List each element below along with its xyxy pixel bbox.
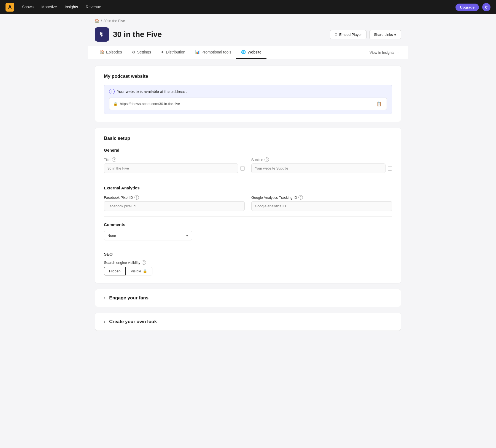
subtitle-input[interactable] xyxy=(251,163,386,173)
header-buttons: ⊡ Embed Player Share Links ∨ xyxy=(330,30,401,39)
facebook-pixel-group: Facebook Pixel ID ? xyxy=(104,195,245,211)
page-header-left: 🎙 30 in the Five xyxy=(95,27,162,42)
title-input[interactable] xyxy=(104,163,238,173)
distribution-icon: ✈ xyxy=(161,50,164,54)
podcast-website-title: My podcast website xyxy=(104,74,392,79)
visible-label: Visible xyxy=(131,269,141,273)
comments-section: Comments None Disqus Facebook Comments ▼ xyxy=(104,222,392,240)
create-look-title: Create your own look xyxy=(109,319,157,324)
seo-label: SEO xyxy=(104,252,392,256)
url-box-left: 🔒 https://shows.acast.com/30-in-the-five xyxy=(113,102,180,106)
hidden-toggle[interactable]: Hidden xyxy=(104,267,126,275)
topnav-monetize[interactable]: Monetize xyxy=(38,3,60,11)
divider-2 xyxy=(104,216,392,217)
website-icon: 🌐 xyxy=(241,50,246,54)
tab-distribution[interactable]: ✈ Distribution xyxy=(156,46,190,59)
topnav-shows[interactable]: Shows xyxy=(19,3,37,11)
comments-select-wrapper: None Disqus Facebook Comments ▼ xyxy=(104,231,192,240)
topnav: A Shows Monetize Insights Revenue Upgrad… xyxy=(0,0,496,14)
content-area: My podcast website i Your website is ava… xyxy=(95,59,401,337)
subnav: 🏠 Episodes ⚙ Settings ✈ Distribution 📊 P… xyxy=(88,46,408,59)
subtitle-label-row: Subtitle ? xyxy=(251,157,392,162)
engage-chevron-icon: › xyxy=(104,296,105,301)
upgrade-button[interactable]: Upgrade xyxy=(455,4,479,11)
google-analytics-input[interactable] xyxy=(251,201,392,211)
title-checkbox[interactable] xyxy=(240,166,245,171)
info-box: i Your website is available at this addr… xyxy=(104,85,392,114)
title-field-row xyxy=(104,163,245,173)
comments-label: Comments xyxy=(104,222,392,227)
analytics-grid: Facebook Pixel ID ? Google Analytics Tra… xyxy=(104,195,392,211)
topnav-right: Upgrade C xyxy=(455,3,490,11)
title-form-group: Title ? xyxy=(104,157,245,173)
subtitle-form-group: Subtitle ? xyxy=(251,157,392,173)
title-help-icon[interactable]: ? xyxy=(112,157,116,162)
topnav-items: Shows Monetize Insights Revenue xyxy=(19,3,453,11)
subnav-left: 🏠 Episodes ⚙ Settings ✈ Distribution 📊 P… xyxy=(95,46,266,59)
breadcrumb: 🏠 / 30 in the Five xyxy=(95,14,401,25)
subtitle-label: Subtitle xyxy=(251,158,263,162)
episodes-icon: 🏠 xyxy=(100,50,104,54)
info-box-header: i Your website is available at this addr… xyxy=(109,89,387,94)
subtitle-field-row xyxy=(251,163,392,173)
promotional-icon: 📊 xyxy=(195,50,200,54)
tab-promotional[interactable]: 📊 Promotional tools xyxy=(190,46,236,59)
google-analytics-group: Google Analytics Tracking ID ? xyxy=(251,195,392,211)
app-logo[interactable]: A xyxy=(6,3,14,12)
basic-setup-title: Basic setup xyxy=(104,136,392,141)
page-wrapper: 🏠 / 30 in the Five 🎙 30 in the Five ⊡ Em… xyxy=(88,14,408,337)
engage-fans-title: Engage your fans xyxy=(109,295,149,301)
facebook-help-icon[interactable]: ? xyxy=(134,195,139,200)
show-title: 30 in the Five xyxy=(113,30,162,39)
embed-player-label: Embed Player xyxy=(339,33,362,37)
info-icon: i xyxy=(109,89,115,94)
topnav-revenue[interactable]: Revenue xyxy=(82,3,104,11)
page-header: 🎙 30 in the Five ⊡ Embed Player Share Li… xyxy=(95,25,401,46)
promotional-label: Promotional tools xyxy=(201,50,231,54)
google-analytics-label: Google Analytics Tracking ID xyxy=(251,195,297,200)
comments-select[interactable]: None Disqus Facebook Comments xyxy=(104,231,192,240)
google-help-icon[interactable]: ? xyxy=(298,195,303,200)
copy-url-button[interactable]: 📋 xyxy=(375,101,383,107)
url-box: 🔒 https://shows.acast.com/30-in-the-five… xyxy=(109,98,387,110)
search-visibility-label-row: Search engine visibility ? xyxy=(104,260,392,265)
topnav-insights[interactable]: Insights xyxy=(61,3,81,11)
lock-icon: 🔒 xyxy=(113,102,118,106)
title-label: Title xyxy=(104,158,110,162)
subtitle-checkbox[interactable] xyxy=(388,166,392,171)
divider-3 xyxy=(104,246,392,246)
avatar[interactable]: C xyxy=(482,3,490,11)
tab-episodes[interactable]: 🏠 Episodes xyxy=(95,46,127,59)
facebook-pixel-label: Facebook Pixel ID xyxy=(104,195,133,200)
visible-toggle[interactable]: Visible 🔒 xyxy=(126,267,152,275)
divider-1 xyxy=(104,180,392,180)
website-url: https://shows.acast.com/30-in-the-five xyxy=(120,102,180,106)
google-label-row: Google Analytics Tracking ID ? xyxy=(251,195,392,200)
show-icon: 🎙 xyxy=(95,27,109,42)
embed-player-button[interactable]: ⊡ Embed Player xyxy=(330,30,366,39)
search-visibility-help-icon[interactable]: ? xyxy=(142,260,146,265)
tab-settings[interactable]: ⚙ Settings xyxy=(127,46,156,59)
general-label: General xyxy=(104,148,392,152)
embed-icon: ⊡ xyxy=(335,33,338,37)
search-visibility-label: Search engine visibility xyxy=(104,261,140,265)
episodes-label: Episodes xyxy=(106,50,122,54)
info-text: Your website is available at this addres… xyxy=(117,89,187,94)
lock-upgrade-icon: 🔒 xyxy=(143,269,147,273)
settings-icon: ⚙ xyxy=(132,50,136,54)
external-analytics-section: External Analytics Facebook Pixel ID ? G… xyxy=(104,186,392,211)
share-links-button[interactable]: Share Links ∨ xyxy=(369,30,401,39)
engage-fans-card[interactable]: › Engage your fans xyxy=(95,289,401,307)
basic-setup-card: Basic setup General Title ? xyxy=(95,128,401,283)
breadcrumb-show[interactable]: 30 in the Five xyxy=(104,19,125,23)
subtitle-help-icon[interactable]: ? xyxy=(265,157,269,162)
home-icon[interactable]: 🏠 xyxy=(95,19,99,23)
analytics-label: External Analytics xyxy=(104,186,392,190)
create-look-card[interactable]: › Create your own look xyxy=(95,313,401,331)
facebook-label-row: Facebook Pixel ID ? xyxy=(104,195,245,200)
title-label-row: Title ? xyxy=(104,157,245,162)
breadcrumb-separator: / xyxy=(101,19,102,23)
tab-website[interactable]: 🌐 Website xyxy=(236,46,266,59)
view-insights-link[interactable]: View in Insights → xyxy=(367,50,401,55)
facebook-pixel-input[interactable] xyxy=(104,201,245,211)
